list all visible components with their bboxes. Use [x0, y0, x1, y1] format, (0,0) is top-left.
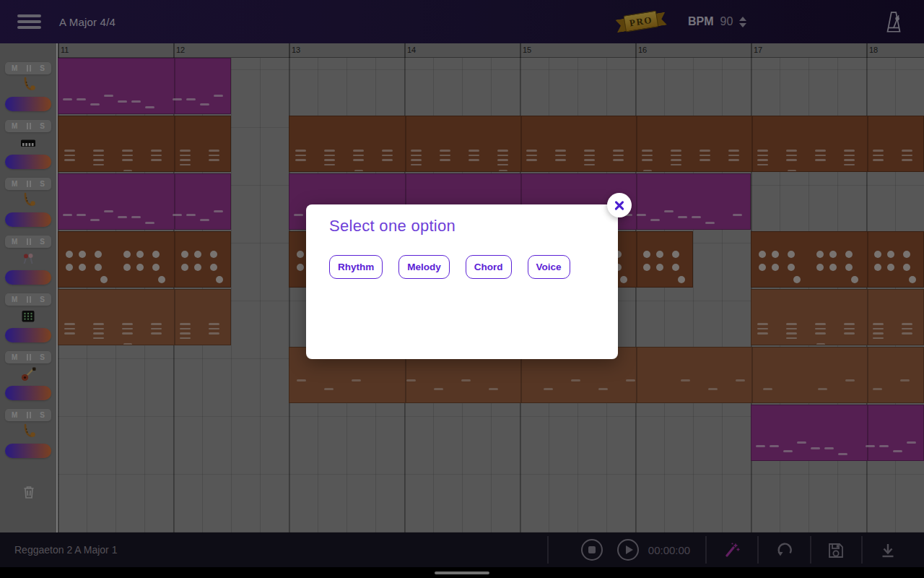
dialog-options: RhythmMelodyChordVoice [329, 255, 570, 279]
dialog-title: Select one option [329, 217, 456, 236]
modal-option-chord[interactable]: Chord [466, 255, 512, 279]
music-sequencer-app: A Major 4/4 PRO BPM 90 1112131415161718 … [0, 0, 924, 578]
select-option-dialog: Select one option RhythmMelodyChordVoice [306, 204, 618, 359]
close-icon[interactable] [607, 193, 632, 217]
modal-option-melody[interactable]: Melody [398, 255, 450, 279]
modal-option-voice[interactable]: Voice [528, 255, 570, 279]
modal-option-rhythm[interactable]: Rhythm [329, 255, 383, 279]
